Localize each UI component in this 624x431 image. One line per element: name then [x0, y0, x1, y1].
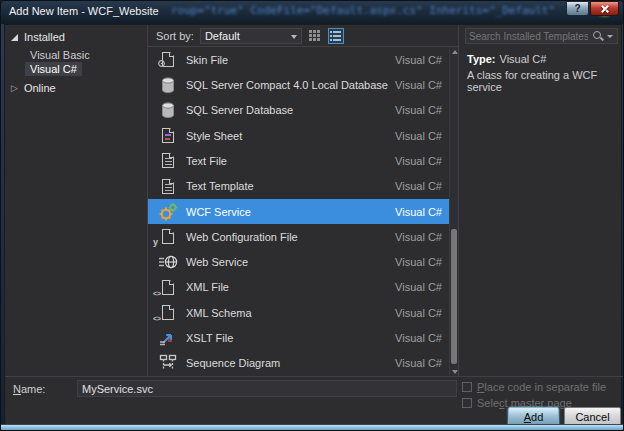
template-type-line: Type:Visual C# — [467, 53, 546, 65]
small-icons-view-button[interactable] — [307, 28, 323, 44]
sort-by-label: Sort by: — [156, 30, 194, 42]
template-item[interactable]: XSLT File Visual C# — [148, 325, 458, 350]
database-icon — [156, 76, 180, 94]
expanded-triangle-icon — [11, 34, 18, 41]
help-button[interactable]: ? — [566, 1, 589, 16]
name-label: Name: — [13, 383, 45, 395]
category-sidebar: Installed Visual Basic Visual C# ▷ Onlin… — [5, 25, 148, 376]
xslt-file-icon — [156, 329, 180, 347]
template-description: A class for creating a WCF service — [467, 69, 617, 93]
search-chevron-down-icon — [607, 35, 613, 38]
skin-file-icon — [156, 52, 180, 67]
sidebar-section-online[interactable]: ▷ Online — [11, 82, 56, 94]
xml-file-icon: <> — [156, 280, 180, 295]
sidebar-section-installed[interactable]: Installed — [11, 31, 65, 43]
window-title: Add New Item - WCF_Website — [9, 5, 159, 17]
template-item[interactable]: Text File Visual C# — [148, 148, 458, 173]
template-item[interactable]: <> XML File Visual C# — [148, 275, 458, 300]
template-column: Sort by: Default — [148, 25, 458, 376]
search-input[interactable] — [466, 31, 591, 42]
sidebar-item-visual-csharp[interactable]: Visual C# — [25, 62, 82, 76]
scrollbar-thumb[interactable] — [451, 229, 457, 364]
type-value: Visual C# — [500, 53, 547, 65]
template-item-selected[interactable]: WCF Service Visual C# — [148, 199, 458, 224]
dialog-body: Installed Visual Basic Visual C# ▷ Onlin… — [4, 24, 622, 426]
list-toolbar: Sort by: Default — [148, 25, 458, 47]
scroll-down-icon[interactable] — [451, 367, 458, 376]
scroll-up-icon[interactable] — [451, 47, 458, 56]
chevron-down-icon — [291, 35, 297, 39]
details-pane: Type:Visual C# A class for creating a WC… — [458, 25, 623, 376]
background-code-ghost: roup="true" CodeFile="Default.aspx.cs" I… — [171, 4, 591, 17]
sequence-diagram-icon — [156, 354, 180, 372]
template-item[interactable]: Web Service Visual C# — [148, 250, 458, 275]
checkbox-icon — [462, 398, 472, 408]
web-config-icon: y — [156, 229, 180, 244]
template-item[interactable]: SQL Server Compact 4.0 Local Database Vi… — [148, 72, 458, 97]
checkbox-icon — [462, 382, 472, 392]
sort-by-dropdown[interactable]: Default — [200, 28, 302, 44]
title-bar[interactable]: Add New Item - WCF_Website roup="true" C… — [1, 1, 623, 24]
database-icon — [156, 101, 180, 119]
template-item[interactable]: <> XML Schema Visual C# — [148, 300, 458, 325]
search-icon — [591, 29, 605, 43]
template-item[interactable]: SQL Server Database Visual C# — [148, 98, 458, 123]
template-item[interactable]: Skin File Visual C# — [148, 47, 458, 72]
template-item[interactable]: Sequence Diagram Visual C# — [148, 351, 458, 376]
list-view-button[interactable] — [328, 28, 344, 44]
collapsed-triangle-icon: ▷ — [11, 84, 18, 93]
wcf-service-gears-icon — [156, 202, 180, 222]
style-sheet-icon — [156, 128, 180, 143]
search-box[interactable] — [465, 28, 618, 44]
type-label: Type: — [467, 53, 496, 65]
aero-glass-border — [1, 424, 623, 430]
text-file-icon — [156, 153, 180, 168]
scrollbar[interactable] — [449, 47, 458, 376]
xml-schema-icon: <> — [156, 305, 180, 320]
text-template-icon — [156, 179, 180, 194]
web-service-globe-icon — [156, 254, 180, 270]
close-icon[interactable] — [590, 1, 619, 16]
add-new-item-dialog: Add New Item - WCF_Website roup="true" C… — [0, 0, 624, 431]
template-item[interactable]: Text Template Visual C# — [148, 174, 458, 199]
grid-view-icon — [309, 30, 320, 41]
name-input[interactable] — [77, 380, 457, 397]
list-view-icon — [330, 30, 341, 41]
template-item[interactable]: y Web Configuration File Visual C# — [148, 224, 458, 249]
dialog-footer: Name: Place code in separate file Select… — [5, 376, 623, 427]
place-code-checkbox[interactable]: Place code in separate file — [462, 381, 606, 393]
sidebar-item-visual-basic[interactable]: Visual Basic — [25, 48, 95, 62]
template-item[interactable]: Style Sheet Visual C# — [148, 123, 458, 148]
template-list: Skin File Visual C# SQL Server Compact 4… — [148, 47, 458, 376]
